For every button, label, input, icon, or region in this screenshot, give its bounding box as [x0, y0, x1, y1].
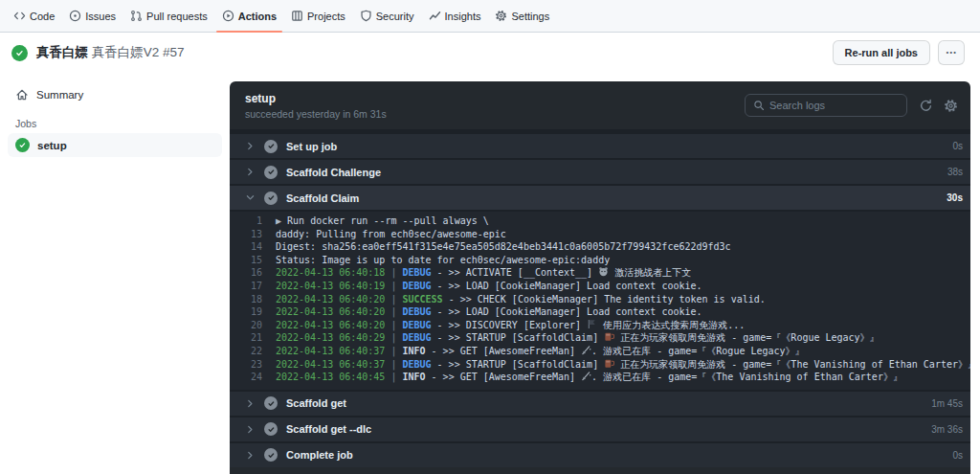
tab-insights[interactable]: Insights: [423, 0, 487, 32]
search-logs-box: [745, 94, 907, 117]
chevron-down-icon: [245, 192, 256, 203]
step-duration: 1m 45s: [931, 398, 963, 409]
cup-emoji: [604, 332, 614, 343]
more-options-button[interactable]: …: [938, 40, 965, 65]
search-icon: [753, 100, 765, 111]
log-line: 232022-04-13 06:40:37 | DEBUG - >> START…: [230, 358, 970, 372]
log-line: 222022-04-13 06:40:37 | INFO - >> GET [A…: [230, 345, 970, 358]
step-set-up-job[interactable]: Set up job0s: [230, 134, 970, 158]
step-name: Scaffold get --dlc: [286, 423, 371, 435]
flag-emoji: [587, 320, 597, 330]
step-scaffold-get[interactable]: Scaffold get1m 45s: [230, 392, 970, 416]
rerun-all-jobs-button[interactable]: Re-run all jobs: [833, 40, 930, 65]
refresh-logs-icon[interactable]: [919, 99, 933, 113]
log-line-number[interactable]: 19: [230, 305, 262, 319]
tab-label: Actions: [238, 11, 277, 22]
log-line-number[interactable]: 14: [230, 240, 262, 254]
step-complete-job[interactable]: Complete job0s: [230, 443, 970, 467]
log-line-number[interactable]: 24: [230, 371, 262, 384]
step-success-icon: [264, 140, 278, 153]
log-line-number[interactable]: 21: [230, 331, 262, 345]
job-success-icon: [15, 138, 30, 152]
log-line-number[interactable]: 22: [230, 345, 262, 358]
tab-pull-requests[interactable]: Pull requests: [124, 0, 213, 32]
tab-label: Settings: [511, 11, 549, 22]
step-scaffold-get-dlc[interactable]: Scaffold get --dlc3m 36s: [230, 418, 970, 441]
panel-job-result: succeeded yesterday in 6m 31s: [245, 108, 387, 120]
step-name: Set up job: [286, 141, 337, 152]
log-line: 212022-04-13 06:40:29 | DEBUG - >> START…: [230, 331, 970, 345]
tab-actions[interactable]: Actions: [216, 0, 282, 32]
log-line-number[interactable]: 13: [230, 228, 262, 241]
panel-job-name: setup: [245, 92, 387, 105]
settings-icon: [495, 10, 507, 22]
log-line-number[interactable]: 18: [230, 293, 262, 306]
run-name: 真香白嫖V2: [92, 45, 160, 59]
tab-issues[interactable]: Issues: [63, 0, 122, 32]
jobs-section-label: Jobs: [15, 118, 214, 129]
log-line-number[interactable]: 20: [230, 319, 262, 332]
step-success-icon: [264, 166, 278, 179]
sidebar-summary-label: Summary: [36, 89, 83, 101]
log-line-number[interactable]: 23: [230, 358, 262, 372]
step-name: Scaffold get: [286, 397, 346, 409]
workflow-name: 真香白嫖: [36, 45, 88, 59]
tab-label: Pull requests: [146, 11, 208, 22]
tab-projects[interactable]: Projects: [285, 0, 351, 32]
log-line-number[interactable]: 17: [230, 280, 262, 293]
step-duration: 0s: [952, 141, 963, 151]
projects-icon: [291, 10, 303, 22]
log-line: 202022-04-13 06:40:20 | DEBUG - >> DISCO…: [230, 319, 970, 332]
step-name: Scaffold Claim: [286, 192, 359, 204]
sidebar: Summary Jobs setup: [0, 81, 230, 159]
chevron-right-icon: [245, 141, 256, 151]
pull-request-icon: [130, 10, 143, 22]
log-line: 15Status: Image is up to date for ech0se…: [230, 254, 970, 267]
sidebar-job-label: setup: [37, 140, 67, 151]
party-emoji: [581, 346, 591, 356]
step-scaffold-claim[interactable]: Scaffold Claim30s: [230, 186, 970, 210]
tab-label: Security: [376, 11, 414, 22]
log-line-number[interactable]: 16: [230, 266, 262, 280]
step-success-icon: [264, 192, 278, 205]
log-line: 242022-04-13 06:40:45 | INFO - >> GET [A…: [230, 371, 970, 384]
face-emoji: [598, 267, 609, 278]
step-success-icon: [264, 396, 278, 410]
log-line-number[interactable]: 15: [230, 254, 262, 267]
party-emoji: [581, 372, 591, 382]
sidebar-item-summary[interactable]: Summary: [8, 83, 222, 106]
log-line: 172022-04-13 06:40:19 | DEBUG - >> LOAD …: [230, 280, 970, 293]
log-panel-header: setup succeeded yesterday in 6m 31s: [230, 81, 970, 131]
search-logs-input[interactable]: [769, 100, 899, 111]
log-panel: setup succeeded yesterday in 6m 31s Set …: [230, 81, 970, 474]
run-header: 真香白嫖 真香白嫖V2 #57 Re-run all jobs …: [0, 33, 980, 81]
kebab-icon: …: [946, 43, 958, 56]
issue-icon: [69, 10, 81, 22]
tab-code[interactable]: Code: [8, 0, 60, 32]
log-line: 162022-04-13 06:40:18 | DEBUG - >> ACTIV…: [230, 266, 970, 280]
tab-security[interactable]: Security: [354, 0, 420, 32]
tab-label: Issues: [85, 11, 116, 22]
security-icon: [360, 10, 372, 22]
step-duration: 38s: [947, 167, 963, 177]
insights-icon: [429, 10, 441, 22]
sidebar-job-setup[interactable]: setup: [8, 133, 222, 157]
log-settings-gear-icon[interactable]: [944, 99, 958, 113]
tab-settings[interactable]: Settings: [489, 0, 555, 32]
step-duration: 3m 36s: [931, 424, 963, 435]
run-title: 真香白嫖 真香白嫖V2 #57: [36, 44, 185, 61]
chevron-right-icon: [245, 398, 256, 409]
step-success-icon: [264, 422, 278, 436]
run-status-success-icon: [11, 45, 28, 61]
step-success-icon: [264, 448, 278, 462]
repo-nav: CodeIssuesPull requestsActionsProjectsSe…: [0, 0, 980, 33]
log-line: 14Digest: sha256:ea0eff541f315e4e75ea505…: [230, 240, 970, 254]
cup-emoji: [604, 359, 614, 370]
log-line: 192022-04-13 06:40:20 | DEBUG - >> LOAD …: [230, 305, 970, 319]
step-duration: 0s: [952, 450, 963, 461]
step-scaffold-challenge[interactable]: Scaffold Challenge38s: [230, 160, 970, 184]
step-name: Scaffold Challenge: [286, 167, 381, 178]
log-line-number[interactable]: 1: [230, 214, 262, 228]
actions-icon: [222, 10, 234, 22]
chevron-right-icon: [245, 450, 256, 461]
